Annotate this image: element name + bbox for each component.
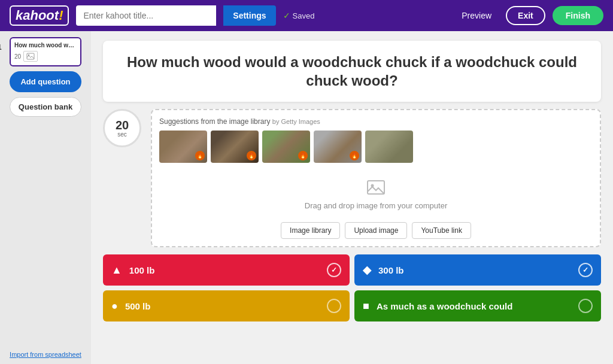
kahoot-logo: kahoot! [10,5,69,26]
answer-option-4[interactable]: ■ As much as a woodchuck could [354,290,601,321]
answer-text-4: As much as a woodchuck could [377,301,578,311]
thumb-badge-2: 🔥 [247,151,256,160]
app-header: kahoot! Settings ✓ Saved Preview Exit Fi… [0,0,613,31]
answers-grid: ▲ 100 lb ✓ ◆ 300 lb ✓ ● 500 lb ■ As much… [103,254,601,321]
saved-label: Saved [293,11,315,20]
sidebar: 1 How much wood woul... 20 Add question … [0,31,91,364]
answer-check-3[interactable] [327,299,341,313]
question-title-box: How much wood would a woodchuck chuck if… [103,41,601,102]
saved-check-icon: ✓ [283,11,290,20]
thumb-badge-4: 🔥 [350,151,359,160]
thumbnail-1[interactable]: 🔥 [159,131,207,163]
image-thumbnails: 🔥 🔥 🔥 🔥 [159,131,593,163]
image-action-buttons: Image library Upload image YouTube link [159,222,593,239]
drag-drop-area: Drag and drop image from your computer [159,172,593,216]
preview-button[interactable]: Preview [454,11,499,20]
answer-icon-circle: ● [111,300,118,313]
answer-icon-diamond: ◆ [363,263,371,277]
main-layout: 1 How much wood woul... 20 Add question … [0,31,613,364]
question-number: 1 [0,43,2,51]
question-card-meta: 20 [14,51,77,62]
exit-button[interactable]: Exit [506,6,545,25]
getty-label: by Getty Images [272,118,320,125]
answer-check-4[interactable] [578,299,593,313]
timer-value: 20 [116,119,129,131]
thumbnail-3[interactable]: 🔥 [262,131,310,163]
import-spreadsheet-link[interactable]: Import from spreadsheet [10,351,81,358]
thumbnail-2[interactable]: 🔥 [211,131,259,163]
answer-icon-square: ■ [363,300,369,313]
timer-circle[interactable]: 20 sec [103,109,141,147]
image-library-button[interactable]: Image library [281,222,340,239]
youtube-link-button[interactable]: YouTube link [412,222,471,239]
thumbnail-5[interactable] [365,131,413,163]
middle-section: 20 sec Suggestions from the image librar… [103,109,601,247]
question-card-time: 20 [14,53,21,60]
answer-option-3[interactable]: ● 500 lb [103,290,350,321]
thumb-badge-3: 🔥 [298,151,308,160]
answer-icon-triangle: ▲ [111,264,122,277]
settings-button[interactable]: Settings [223,5,275,26]
upload-icon [365,178,387,198]
content-area: How much wood would a woodchuck chuck if… [91,31,613,364]
answer-text-2: 300 lb [378,265,578,275]
kahoot-title-input[interactable] [76,5,216,26]
question-bank-button[interactable]: Question bank [10,97,81,117]
finish-button[interactable]: Finish [553,6,603,25]
thumb-badge-1: 🔥 [195,151,205,160]
saved-indicator: ✓ Saved [283,11,315,20]
answer-option-1[interactable]: ▲ 100 lb ✓ [103,254,350,286]
timer-label: sec [117,131,127,138]
image-suggestions-header: Suggestions from the image library by Ge… [159,117,593,126]
answer-check-2[interactable]: ✓ [578,263,593,277]
drag-drop-text: Drag and drop image from your computer [305,201,447,210]
thumbnail-4[interactable]: 🔥 [314,131,362,163]
answer-text-1: 100 lb [129,265,327,275]
question-title: How much wood would a woodchuck chuck if… [121,53,583,90]
answer-check-1[interactable]: ✓ [327,263,341,277]
question-card-title: How much wood woul... [14,42,77,48]
answer-text-3: 500 lb [125,301,327,311]
question-card-image-icon [23,51,38,62]
image-upload-box: Suggestions from the image library by Ge… [151,109,601,247]
add-question-button[interactable]: Add question [10,71,81,92]
question-card-1[interactable]: 1 How much wood woul... 20 [10,37,81,66]
answer-option-2[interactable]: ◆ 300 lb ✓ [354,254,601,286]
upload-image-button[interactable]: Upload image [345,222,407,239]
